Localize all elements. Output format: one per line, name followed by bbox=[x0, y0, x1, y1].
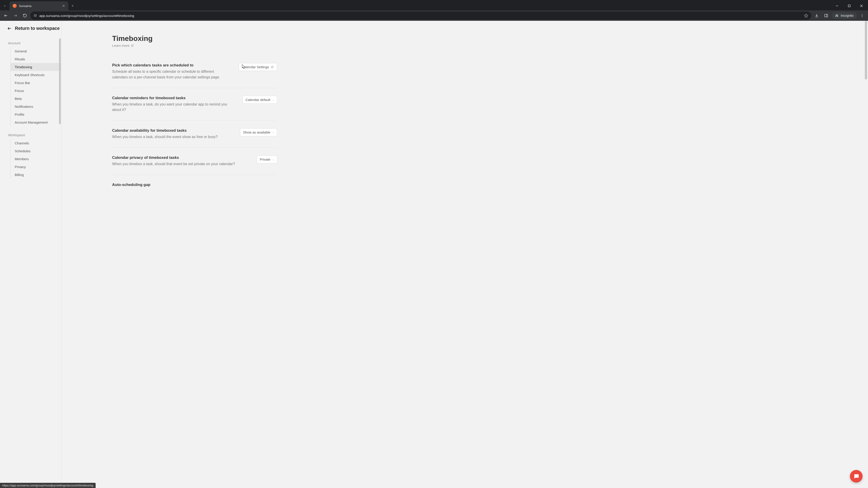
external-link-icon bbox=[271, 66, 274, 68]
status-bar: https://app.sunsama.com/group/moodjoy/se… bbox=[0, 483, 96, 488]
return-to-workspace[interactable]: Return to workspace bbox=[0, 21, 868, 36]
window-controls bbox=[832, 2, 868, 10]
setting-desc: When you timebox a task, should the even… bbox=[112, 134, 231, 140]
nav-item-billing[interactable]: Billing bbox=[11, 171, 61, 179]
setting-desc: Schedule all tasks to a specific calenda… bbox=[112, 69, 230, 80]
url-text: app.sunsama.com/group/moodjoy/settings/a… bbox=[39, 14, 802, 18]
nav-group-workspace: Channels Schedules Members Privacy Billi… bbox=[10, 139, 61, 179]
nav-item-privacy[interactable]: Privacy bbox=[11, 163, 61, 171]
minimize-button[interactable] bbox=[832, 2, 842, 10]
nav-item-timeboxing[interactable]: Timeboxing bbox=[11, 63, 61, 71]
nav-item-account-management[interactable]: Account Management bbox=[11, 119, 61, 126]
chevron-down-icon: ⌄ bbox=[272, 98, 274, 101]
nav-group-account: General Rituals Timeboxing Keyboard Shor… bbox=[10, 47, 61, 126]
downloads-icon[interactable] bbox=[813, 11, 821, 20]
svg-marker-8 bbox=[804, 14, 808, 18]
setting-desc: When you timebox a task, should that eve… bbox=[112, 161, 248, 167]
browser-chrome: Sunsama ✕ + app.sunsama.com/group/moodjo… bbox=[0, 0, 868, 21]
incognito-icon bbox=[835, 13, 839, 18]
tab-bar: Sunsama ✕ + bbox=[0, 0, 868, 10]
external-link-icon bbox=[131, 44, 134, 47]
nav-item-profile[interactable]: Profile bbox=[11, 110, 61, 119]
tab-search-button[interactable] bbox=[0, 1, 9, 10]
forward-button[interactable] bbox=[11, 11, 20, 20]
chat-icon bbox=[853, 473, 859, 479]
sidebar-scrollbar[interactable] bbox=[59, 38, 61, 124]
setting-availability: Calendar availability for timeboxed task… bbox=[112, 121, 277, 148]
address-bar[interactable]: app.sunsama.com/group/moodjoy/settings/a… bbox=[30, 11, 811, 20]
browser-menu-icon[interactable] bbox=[858, 11, 866, 20]
reminders-dropdown[interactable]: Calendar default ⌄ bbox=[243, 96, 277, 104]
learn-more-link[interactable]: Learn more bbox=[112, 43, 134, 47]
setting-reminders: Calendar reminders for timeboxed tasks W… bbox=[112, 88, 277, 121]
svg-rect-10 bbox=[825, 14, 828, 17]
nav-item-beta[interactable]: Beta bbox=[11, 95, 61, 103]
arrow-left-icon bbox=[7, 26, 12, 31]
svg-point-14 bbox=[862, 16, 863, 17]
main-scroll-track bbox=[864, 21, 868, 488]
setting-title: Pick which calendars tasks are scheduled… bbox=[112, 63, 230, 68]
setting-auto-scheduling-gap: Auto-scheduling gap bbox=[112, 175, 277, 188]
nav-item-focus[interactable]: Focus bbox=[11, 87, 61, 95]
close-window-button[interactable] bbox=[856, 2, 867, 10]
tab-title: Sunsama bbox=[19, 4, 60, 8]
new-tab-button[interactable]: + bbox=[68, 4, 77, 8]
setting-title: Calendar privacy of timeboxed tasks bbox=[112, 156, 248, 160]
setting-desc: When you timebox a task, do you want you… bbox=[112, 102, 234, 113]
calendar-settings-button[interactable]: Calendar Settings bbox=[239, 63, 277, 71]
tab-close-icon[interactable]: ✕ bbox=[62, 4, 65, 8]
nav-item-members[interactable]: Members bbox=[11, 155, 61, 163]
site-info-icon[interactable] bbox=[33, 14, 37, 18]
incognito-badge[interactable]: Incognito bbox=[832, 12, 857, 19]
browser-toolbar: app.sunsama.com/group/moodjoy/settings/a… bbox=[0, 10, 868, 21]
svg-point-12 bbox=[862, 14, 863, 15]
browser-tab[interactable]: Sunsama ✕ bbox=[9, 1, 68, 10]
svg-rect-6 bbox=[34, 15, 37, 17]
bookmark-icon[interactable] bbox=[804, 13, 808, 18]
return-label: Return to workspace bbox=[15, 26, 60, 31]
nav-group-title-workspace: Workspace bbox=[0, 130, 61, 139]
nav-group-title-account: Account bbox=[0, 38, 61, 47]
nav-item-focus-bar[interactable]: Focus Bar bbox=[11, 79, 61, 87]
nav-item-channels[interactable]: Channels bbox=[11, 139, 61, 147]
setting-title: Calendar reminders for timeboxed tasks bbox=[112, 96, 234, 100]
side-panel-icon[interactable] bbox=[822, 11, 830, 20]
app-viewport: Return to workspace Account General Ritu… bbox=[0, 21, 868, 488]
privacy-dropdown[interactable]: Private ⌄ bbox=[257, 156, 277, 163]
chevron-down-icon: ⌄ bbox=[272, 131, 274, 134]
availability-dropdown[interactable]: Show as available ⌄ bbox=[240, 128, 277, 136]
setting-calendars: Pick which calendars tasks are scheduled… bbox=[112, 55, 277, 88]
back-button[interactable] bbox=[2, 11, 10, 20]
setting-title: Auto-scheduling gap bbox=[112, 183, 277, 187]
nav-item-general[interactable]: General bbox=[11, 47, 61, 55]
tab-favicon bbox=[13, 4, 17, 8]
nav-item-notifications[interactable]: Notifications bbox=[11, 103, 61, 110]
nav-item-schedules[interactable]: Schedules bbox=[11, 147, 61, 155]
settings-sidebar: Account General Rituals Timeboxing Keybo… bbox=[0, 21, 61, 488]
chat-fab[interactable] bbox=[850, 470, 863, 483]
setting-title: Calendar availability for timeboxed task… bbox=[112, 128, 231, 133]
setting-privacy: Calendar privacy of timeboxed tasks When… bbox=[112, 148, 277, 175]
svg-point-13 bbox=[862, 15, 863, 16]
maximize-button[interactable] bbox=[844, 2, 855, 10]
svg-rect-1 bbox=[848, 5, 850, 7]
nav-item-rituals[interactable]: Rituals bbox=[11, 55, 61, 63]
nav-item-keyboard-shortcuts[interactable]: Keyboard Shortcuts bbox=[11, 71, 61, 79]
chevron-down-icon: ⌄ bbox=[272, 158, 274, 161]
main-content: Timeboxing Learn more Pick which calenda… bbox=[61, 21, 868, 488]
reload-button[interactable] bbox=[21, 11, 29, 20]
